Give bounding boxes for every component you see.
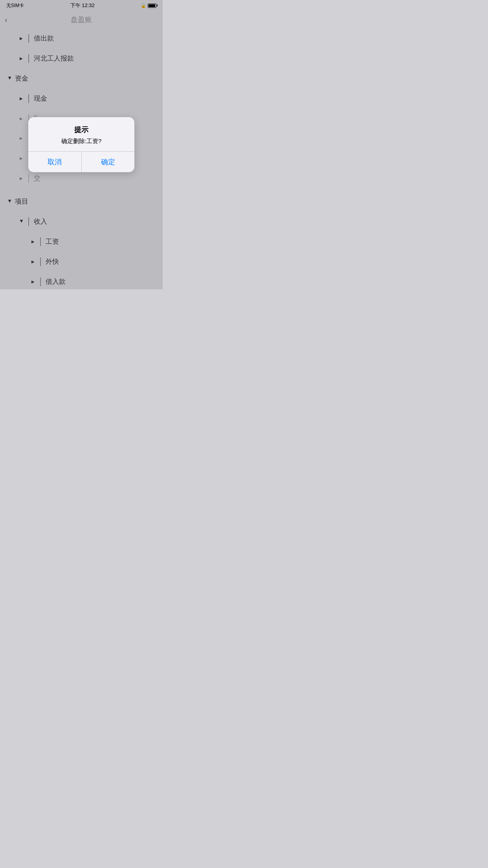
dialog-buttons: 取消 确定 [28,151,134,172]
dialog: 提示 确定删除:工资? 取消 确定 [28,117,134,172]
confirm-button[interactable]: 确定 [82,152,135,172]
dialog-title: 提示 [35,125,128,134]
dialog-message: 确定删除:工资? [35,138,128,145]
dialog-overlay: 提示 确定删除:工资? 取消 确定 [0,0,163,289]
cancel-button[interactable]: 取消 [28,152,82,172]
dialog-content: 提示 确定删除:工资? [28,117,134,151]
